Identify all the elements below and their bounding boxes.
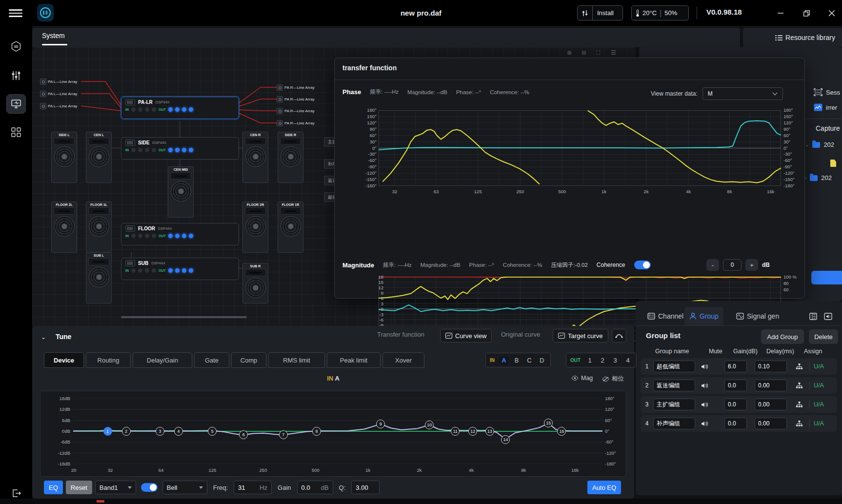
assign-button[interactable] bbox=[794, 420, 804, 427]
dialog-title[interactable]: transfer function bbox=[342, 64, 397, 72]
gain-input[interactable]: 0.0 bbox=[724, 380, 747, 391]
gain-input[interactable]: 6.0 bbox=[724, 361, 747, 372]
db-minus-button[interactable]: - bbox=[706, 259, 719, 271]
tab-channel[interactable]: Channel bbox=[642, 307, 688, 325]
reset-button[interactable]: Reset bbox=[66, 481, 92, 494]
tab-system[interactable]: System bbox=[42, 32, 65, 40]
view-master-dropdown[interactable]: M bbox=[702, 87, 783, 100]
auto-eq-button[interactable]: Auto EQ bbox=[587, 481, 621, 494]
device-floor[interactable]: FLOORDSP44XINOUT bbox=[121, 223, 239, 245]
speaker-sub-l[interactable]: SUB L bbox=[86, 252, 112, 303]
current-curve-item[interactable]: irrer bbox=[814, 103, 837, 111]
curve-view-button[interactable]: Curve view bbox=[440, 329, 492, 343]
gain-input[interactable]: 0.0 bbox=[724, 418, 747, 429]
ua-link[interactable]: U/A bbox=[814, 420, 824, 427]
device-sub[interactable]: SUBDSP44XINOUT bbox=[121, 258, 239, 280]
eq-band-13[interactable]: 13 bbox=[485, 427, 494, 436]
assign-button[interactable] bbox=[794, 382, 804, 389]
bezier-tool-button[interactable] bbox=[612, 329, 626, 343]
input-channel-C[interactable]: C bbox=[525, 357, 534, 364]
zoom-in-icon[interactable]: ⊕ bbox=[567, 49, 572, 56]
add-group-button[interactable]: Add Group bbox=[761, 329, 804, 344]
device-matrix-icon[interactable] bbox=[6, 122, 26, 142]
gain-input[interactable]: 0.0 bbox=[724, 399, 747, 410]
db-offset-input[interactable]: 0 bbox=[723, 259, 742, 271]
line-array-right-2[interactable]: PA R—Line Array bbox=[277, 96, 315, 102]
speaker-floor-2l[interactable]: FLOOR 2L bbox=[51, 202, 77, 253]
eq-band-8[interactable]: 8 bbox=[312, 427, 321, 436]
mag-visibility-toggle[interactable]: Mag bbox=[571, 375, 593, 382]
canvas-scrollbar[interactable] bbox=[121, 316, 247, 318]
channel-list-icon[interactable] bbox=[807, 311, 819, 322]
mute-button[interactable] bbox=[699, 421, 710, 427]
group-name-input[interactable]: 补声编组 bbox=[653, 418, 695, 429]
transfer-function-link[interactable]: Transfer function bbox=[377, 331, 424, 338]
proc-tab-comp[interactable]: Comp bbox=[231, 352, 266, 368]
delay-input[interactable]: 0.00 bbox=[755, 418, 787, 429]
eq-band-4[interactable]: 4 bbox=[174, 427, 183, 436]
output-channel-3[interactable]: 3 bbox=[611, 357, 620, 364]
mute-button[interactable] bbox=[699, 383, 710, 389]
coherence-toggle[interactable] bbox=[634, 261, 651, 269]
line-array-left-2[interactable]: PA L—Line Array bbox=[40, 91, 77, 97]
speaker-floor-1l[interactable]: FLOOR 1L bbox=[86, 202, 112, 253]
device-pa-lr[interactable]: PA-LRDSP44XINOUT bbox=[121, 97, 239, 119]
device-monitor-icon[interactable] bbox=[6, 94, 26, 114]
speaker-cen-mid[interactable]: CEN MID bbox=[168, 166, 194, 218]
ua-link[interactable]: U/A bbox=[814, 382, 824, 389]
delay-input[interactable]: 0.00 bbox=[755, 380, 787, 391]
line-array-right-1[interactable]: PA R—Line Array bbox=[277, 84, 315, 91]
session-item[interactable]: Sess bbox=[814, 88, 840, 96]
fit-view-icon[interactable]: ⛶ bbox=[596, 49, 600, 56]
freq-input[interactable]: 31Hz bbox=[234, 481, 272, 494]
tab-group[interactable]: Group bbox=[684, 307, 723, 325]
band-enable-toggle[interactable] bbox=[141, 483, 158, 492]
input-channel-D[interactable]: D bbox=[538, 357, 546, 364]
capture-folder-collapsed[interactable]: › 202 bbox=[805, 174, 832, 181]
3d-view-icon[interactable]: 3D bbox=[6, 37, 26, 56]
monitor-speaker-icon[interactable] bbox=[822, 311, 834, 322]
line-array-right-3[interactable]: PA R—Line Array bbox=[277, 108, 315, 114]
line-array-left-3[interactable]: PA L—Line Array bbox=[40, 103, 77, 109]
hamburger-menu-icon[interactable] bbox=[9, 7, 22, 18]
speaker-floor-1r[interactable]: FLOOR 1R bbox=[278, 202, 303, 253]
speaker-side-l[interactable]: SIDE L bbox=[51, 132, 77, 183]
eq-chart[interactable] bbox=[73, 399, 602, 464]
canvas-menu-icon[interactable]: ☰ bbox=[611, 49, 616, 56]
output-channel-4[interactable]: 4 bbox=[623, 357, 632, 364]
input-channel-B[interactable]: B bbox=[512, 357, 521, 364]
speaker-sub-r[interactable]: SUB R bbox=[242, 263, 268, 303]
output-channel-2[interactable]: 2 bbox=[598, 357, 607, 364]
target-curve-button[interactable]: Target curve bbox=[553, 329, 608, 343]
resource-action-button[interactable] bbox=[811, 271, 842, 284]
proc-tab-device[interactable]: Device bbox=[44, 352, 84, 368]
speaker-side-r[interactable]: SIDE R bbox=[278, 132, 303, 183]
group-name-input[interactable]: 返送编组 bbox=[653, 380, 695, 391]
close-button[interactable] bbox=[824, 7, 839, 20]
line-array-left-1[interactable]: PA L—Line Array bbox=[40, 79, 77, 85]
speaker-floor-2r[interactable]: FLOOR 2R bbox=[242, 202, 268, 253]
eq-band-2[interactable]: 2 bbox=[122, 427, 131, 436]
delete-group-button[interactable]: Delete bbox=[809, 329, 838, 344]
db-plus-button[interactable]: + bbox=[745, 259, 758, 271]
eq-enable-button[interactable]: EQ bbox=[44, 481, 63, 494]
tuning-sliders-icon[interactable] bbox=[6, 66, 26, 85]
eq-band-3[interactable]: 3 bbox=[156, 427, 164, 436]
delay-input[interactable]: 0.10 bbox=[755, 361, 787, 372]
mute-button[interactable] bbox=[699, 402, 710, 408]
original-curve-link[interactable]: Original curve bbox=[501, 331, 540, 338]
line-array-right-4[interactable]: PA R—Line Array bbox=[277, 120, 315, 126]
filter-shape-select[interactable]: Bell bbox=[162, 481, 207, 494]
gain-input[interactable]: 0.0dB bbox=[297, 481, 333, 494]
proc-tab-rms-limit[interactable]: RMS limit bbox=[268, 352, 325, 368]
input-channel-A[interactable]: A bbox=[500, 357, 508, 364]
band-select[interactable]: Band1 bbox=[95, 481, 136, 494]
proc-tab-delay-gain[interactable]: Delay/Gain bbox=[133, 352, 192, 368]
ua-link[interactable]: U/A bbox=[814, 363, 824, 370]
group-name-input[interactable]: 主扩编组 bbox=[653, 399, 695, 410]
zoom-out-icon[interactable]: ⊖ bbox=[581, 49, 586, 56]
group-name-input[interactable]: 超低编组 bbox=[653, 361, 695, 372]
speaker-cen-r[interactable]: CEN R bbox=[242, 132, 268, 183]
delay-input[interactable]: 0.00 bbox=[755, 399, 787, 410]
mute-button[interactable] bbox=[699, 363, 710, 370]
